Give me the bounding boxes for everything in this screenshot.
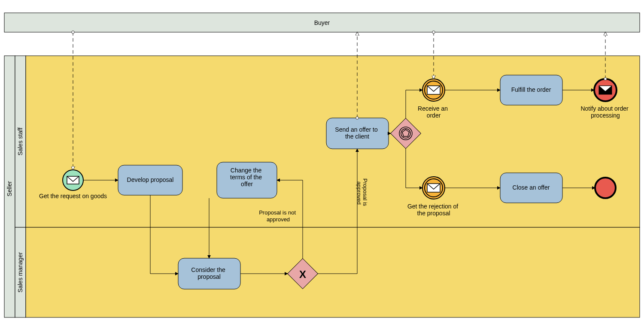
task-close-label: Close an offer: [513, 184, 550, 191]
end-event-close: [595, 178, 616, 198]
pool-seller-label: Seller: [6, 181, 13, 196]
flow-approved-label: Proposal is approved: [356, 178, 368, 208]
event-get-rejection: [422, 177, 445, 199]
envelope-icon: [67, 176, 79, 184]
end-event-notify: [594, 79, 617, 101]
task-develop-label: Develop proposal: [127, 176, 174, 183]
task-fulfill-label: Fulfill the order: [511, 86, 551, 93]
lane-sales-manager: [26, 227, 640, 317]
svg-text:X: X: [299, 269, 306, 280]
pool-buyer-label: Buyer: [314, 19, 330, 26]
lane-sales-manager-label: Sales manager: [17, 252, 24, 293]
start-event-label: Get the request on goods: [39, 193, 107, 199]
svg-point-17: [595, 178, 616, 198]
bpmn-diagram: Buyer Seller Sales staff Sales manager G…: [0, 0, 644, 332]
start-event-get-request: [63, 170, 83, 190]
event-receive-order: [422, 79, 445, 101]
lane-sales-staff-label: Sales staff: [17, 127, 24, 155]
